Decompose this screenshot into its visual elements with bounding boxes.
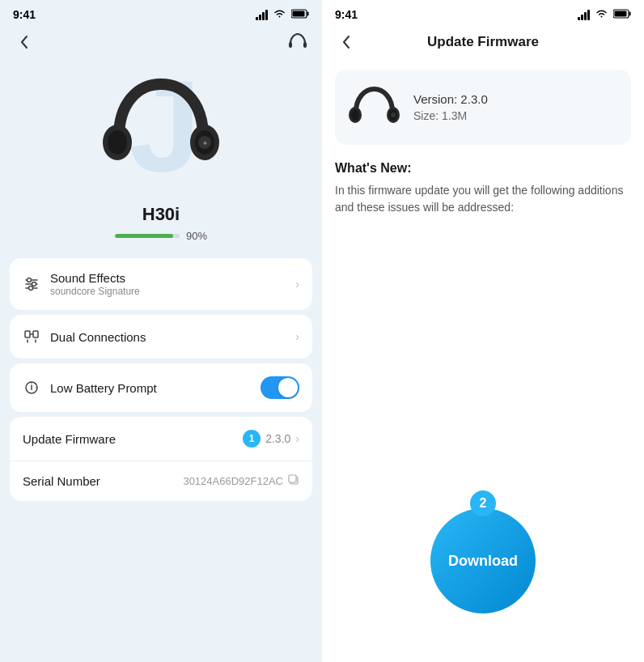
svg-point-14 (32, 282, 36, 286)
whats-new-text: In this firmware update you will get the… (335, 182, 631, 216)
svg-rect-1 (307, 11, 309, 15)
copy-icon[interactable] (288, 474, 299, 488)
svg-point-37 (391, 112, 396, 117)
svg-point-27 (31, 388, 32, 390)
dual-connections-item[interactable]: Dual Connections › (10, 315, 312, 359)
low-battery-text: Low Battery Prompt (50, 381, 261, 395)
firmware-arrow: › (295, 432, 299, 445)
headphone-nav-icon (286, 31, 309, 53)
signal-icon (256, 10, 268, 20)
svg-point-6 (108, 130, 127, 155)
page-title-right: Update Firmware (427, 34, 539, 50)
dual-connections-text: Dual Connections (50, 330, 295, 344)
battery-icon-right (613, 9, 631, 21)
whats-new-section: What's New: In this firmware update you … (322, 155, 644, 223)
time-left: 9:41 (13, 8, 36, 21)
sound-effects-card: Sound Effects soundcore Signature › (10, 258, 312, 310)
device-name: H30i (142, 204, 180, 225)
signal-icon-right (578, 10, 590, 20)
back-button-right[interactable] (335, 31, 358, 53)
headphone-graphic: ✦ (96, 68, 226, 197)
firmware-info-text: Version: 2.3.0 Size: 1.3M (413, 92, 488, 122)
svg-rect-2 (293, 11, 305, 16)
battery-row: 90% (115, 230, 207, 242)
low-battery-toggle[interactable] (261, 376, 299, 399)
top-nav-left (0, 24, 322, 60)
download-button[interactable]: Download (430, 508, 536, 613)
battery-fill (115, 234, 173, 238)
status-bar-right: 9:41 (322, 0, 644, 24)
update-firmware-label: Update Firmware (23, 432, 243, 446)
svg-rect-4 (303, 42, 307, 48)
svg-point-12 (28, 278, 32, 282)
status-icons-left (256, 9, 309, 21)
sound-effects-label: Sound Effects (50, 271, 295, 285)
svg-point-16 (29, 286, 33, 291)
firmware-badge: 1 (243, 430, 261, 448)
update-firmware-text: Update Firmware (23, 432, 243, 446)
firmware-version-left: 2.3.0 (265, 432, 290, 445)
low-battery-prompt-card: Low Battery Prompt (10, 363, 312, 412)
svg-rect-31 (629, 11, 631, 15)
battery-icon (291, 9, 309, 21)
battery-bar (115, 234, 180, 238)
menu-list: Sound Effects soundcore Signature › (10, 258, 312, 501)
sound-effects-arrow: › (295, 278, 299, 291)
battery-percent: 90% (186, 230, 207, 242)
svg-rect-3 (289, 42, 292, 48)
time-right: 9:41 (335, 8, 358, 21)
dual-connections-arrow: › (295, 330, 299, 343)
dual-connections-card: Dual Connections › (10, 315, 312, 359)
download-badge: 2 (470, 490, 496, 516)
svg-point-34 (351, 109, 359, 121)
serial-number-text: Serial Number (23, 474, 183, 488)
update-firmware-item[interactable]: Update Firmware 1 2.3.0 › (10, 417, 312, 460)
sliders-icon (23, 275, 40, 293)
whats-new-title: What's New: (335, 161, 631, 176)
status-bar-left: 9:41 (0, 0, 322, 24)
top-nav-right: Update Firmware (322, 24, 644, 60)
firmware-size: Size: 1.3M (413, 109, 488, 122)
svg-text:✦: ✦ (202, 140, 208, 147)
left-panel: 9:41 (0, 0, 322, 662)
wifi-icon-right (595, 9, 608, 21)
wifi-icon (273, 9, 286, 21)
battery-prompt-icon (23, 379, 40, 397)
svg-rect-32 (615, 11, 627, 16)
firmware-info-card: Version: 2.3.0 Size: 1.3M (335, 70, 631, 145)
low-battery-label: Low Battery Prompt (50, 381, 261, 395)
status-icons-right (578, 9, 631, 21)
device-area: J ✦ H30i 90% (0, 60, 322, 242)
download-area: 2 Download (322, 223, 644, 662)
sound-effects-sublabel: soundcore Signature (50, 286, 295, 297)
sound-effects-text: Sound Effects soundcore Signature (50, 271, 295, 297)
back-button-left[interactable] (13, 31, 36, 53)
svg-rect-18 (33, 331, 38, 337)
serial-value: 30124A66D92F12AC (183, 475, 283, 487)
sound-effects-item[interactable]: Sound Effects soundcore Signature › (10, 258, 312, 310)
svg-rect-17 (25, 331, 30, 337)
toggle-knob (278, 378, 298, 397)
dual-connections-icon (23, 328, 40, 346)
svg-rect-29 (289, 475, 296, 482)
serial-number-label: Serial Number (23, 474, 183, 488)
right-panel: 9:41 (322, 0, 644, 662)
serial-number-item: Serial Number 30124A66D92F12AC (10, 460, 312, 501)
low-battery-prompt-item[interactable]: Low Battery Prompt (10, 363, 312, 412)
bottom-menu-card: Update Firmware 1 2.3.0 › Serial Number … (10, 417, 312, 501)
dual-connections-label: Dual Connections (50, 330, 295, 344)
firmware-headphone-img (348, 81, 400, 134)
firmware-version-right: Version: 2.3.0 (413, 92, 488, 106)
